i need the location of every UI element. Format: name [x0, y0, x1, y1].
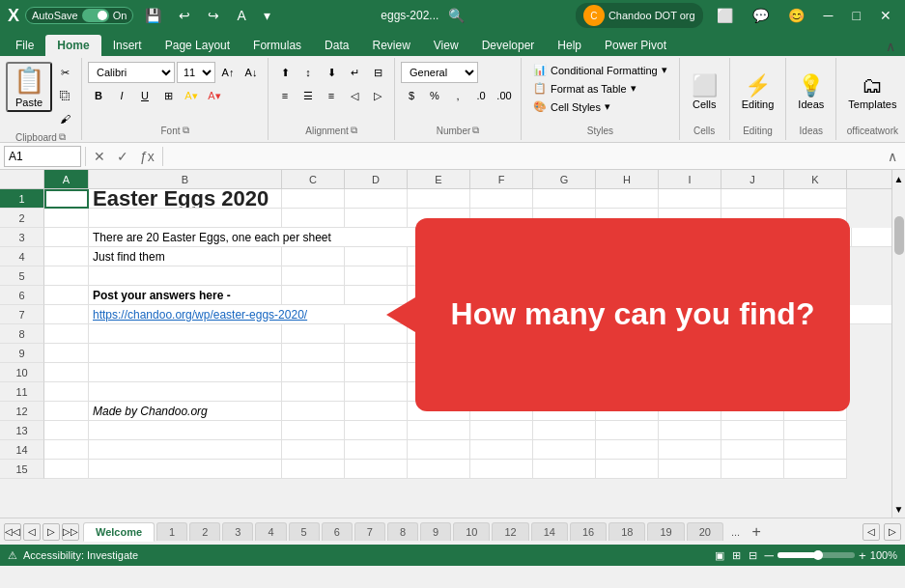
alignment-dialog-icon[interactable]: ⧉	[351, 125, 357, 136]
row-num-12[interactable]: 12	[0, 402, 44, 421]
percent-button[interactable]: %	[424, 85, 445, 106]
cell-a2[interactable]	[44, 209, 89, 228]
align-right-button[interactable]: ≡	[321, 85, 342, 106]
cell-b4[interactable]: Just find them	[89, 247, 282, 266]
row-num-7[interactable]: 7	[0, 305, 44, 324]
cell-c6[interactable]	[282, 286, 345, 305]
increase-font-button[interactable]: A↑	[217, 62, 239, 83]
row-num-5[interactable]: 5	[0, 266, 44, 286]
scroll-down-button[interactable]: ▼	[892, 500, 906, 518]
align-left-button[interactable]: ≡	[274, 85, 296, 106]
sheet-tab-12[interactable]: 12	[492, 522, 528, 541]
increase-decimal-button[interactable]: .00	[494, 85, 515, 106]
row-num-3[interactable]: 3	[0, 228, 44, 247]
conditional-formatting-button[interactable]: 📊 Conditional Formatting ▾	[527, 62, 673, 78]
tab-data[interactable]: Data	[313, 35, 360, 56]
col-header-d[interactable]: D	[345, 170, 408, 188]
cell-h1[interactable]	[596, 189, 659, 209]
cell-b5[interactable]	[89, 266, 282, 286]
row-num-4[interactable]: 4	[0, 247, 44, 266]
sheet-tab-welcome[interactable]: Welcome	[83, 522, 155, 542]
row-num-8[interactable]: 8	[0, 324, 44, 344]
formula-expand-button[interactable]: ∧	[884, 147, 901, 166]
font-dialog-icon[interactable]: ⧉	[183, 125, 189, 136]
sheet-tab-4[interactable]: 4	[255, 522, 286, 541]
cell-g1[interactable]	[533, 189, 596, 209]
comments-button[interactable]: 💬	[747, 6, 775, 25]
clipboard-dialog-icon[interactable]: ⧉	[59, 131, 66, 143]
copy-button[interactable]: ⿻	[54, 85, 75, 106]
ideas-button[interactable]: 💡 Ideas	[792, 73, 830, 112]
tab-power-pivot[interactable]: Power Pivot	[593, 35, 678, 56]
cell-f1[interactable]	[470, 189, 533, 209]
formula-input[interactable]	[167, 146, 880, 167]
cell-b2[interactable]	[89, 209, 282, 228]
tab-more[interactable]: ...	[725, 523, 746, 541]
tab-help[interactable]: Help	[546, 35, 593, 56]
scroll-up-button[interactable]: ▲	[892, 170, 906, 187]
col-header-g[interactable]: G	[533, 170, 596, 188]
sheet-tab-8[interactable]: 8	[387, 522, 418, 541]
ribbon-collapse-button[interactable]: ∧	[880, 37, 901, 56]
status-page-layout-icon[interactable]: ⊞	[732, 549, 741, 562]
undo-button[interactable]: ↩	[173, 6, 196, 25]
align-top-button[interactable]: ⬆	[274, 62, 296, 83]
align-middle-button[interactable]: ↕	[297, 62, 319, 83]
row-num-9[interactable]: 9	[0, 344, 44, 363]
comma-button[interactable]: ,	[447, 85, 468, 106]
col-header-c[interactable]: C	[282, 170, 345, 188]
cell-d2[interactable]	[345, 209, 408, 228]
tab-home[interactable]: Home	[45, 35, 100, 56]
minimize-button[interactable]: ─	[818, 6, 839, 25]
cancel-formula-button[interactable]: ✕	[90, 147, 109, 166]
save-button[interactable]: 💾	[139, 6, 167, 25]
scroll-tabs-left-button[interactable]: ◁◁	[4, 523, 21, 541]
sheet-tab-6[interactable]: 6	[322, 522, 353, 541]
autosave-toggle[interactable]	[82, 9, 109, 22]
sheet-tab-1[interactable]: 1	[156, 522, 187, 541]
cell-c2[interactable]	[282, 209, 345, 228]
cell-a12[interactable]	[44, 402, 89, 421]
confirm-formula-button[interactable]: ✓	[113, 147, 132, 166]
tab-scroll-left-button[interactable]: ◁	[863, 523, 880, 541]
vertical-scrollbar[interactable]: ▲ ▼	[891, 170, 905, 518]
row-num-11[interactable]: 11	[0, 382, 44, 402]
zoom-in-button[interactable]: +	[859, 548, 866, 563]
wrap-text-button[interactable]: ↵	[344, 62, 365, 83]
decrease-indent-button[interactable]: ◁	[344, 85, 365, 106]
col-header-h[interactable]: H	[596, 170, 659, 188]
tab-insert[interactable]: Insert	[101, 35, 154, 56]
sheet-tab-20[interactable]: 20	[687, 522, 723, 541]
border-button[interactable]: ⊞	[157, 85, 179, 106]
editing-button[interactable]: ⚡ Editing	[736, 73, 780, 112]
align-center-button[interactable]: ☰	[297, 85, 319, 106]
row-num-6[interactable]: 6	[0, 286, 44, 305]
scroll-tab-right-button[interactable]: ▷	[42, 523, 60, 541]
cell-c4[interactable]	[282, 247, 345, 266]
row-num-2[interactable]: 2	[0, 209, 44, 228]
tab-formulas[interactable]: Formulas	[241, 35, 313, 56]
scroll-thumb[interactable]	[894, 216, 904, 255]
bold-button[interactable]: B	[88, 85, 109, 106]
cell-a4[interactable]	[44, 247, 89, 266]
cell-styles-button[interactable]: 🎨 Cell Styles ▾	[527, 98, 673, 115]
italic-button[interactable]: I	[111, 85, 132, 106]
currency-button[interactable]: $	[401, 85, 422, 106]
scroll-tab-left-button[interactable]: ◁	[23, 523, 41, 541]
search-button[interactable]: 🔍	[442, 6, 470, 25]
col-header-j[interactable]: J	[721, 170, 784, 188]
number-dialog-icon[interactable]: ⧉	[472, 125, 479, 136]
tab-file[interactable]: File	[4, 35, 45, 56]
tab-view[interactable]: View	[422, 35, 470, 56]
sheet-tab-14[interactable]: 14	[531, 522, 568, 541]
cell-d1[interactable]	[345, 189, 408, 209]
font-family-select[interactable]: Calibri	[88, 62, 175, 83]
row-num-15[interactable]: 15	[0, 460, 44, 479]
redo-button[interactable]: ↪	[202, 6, 225, 25]
row-num-14[interactable]: 14	[0, 440, 44, 460]
autosave-badge[interactable]: AutoSave On	[25, 7, 133, 24]
sheet-tab-2[interactable]: 2	[189, 522, 220, 541]
row-num-13[interactable]: 13	[0, 421, 44, 440]
sheet-tab-18[interactable]: 18	[608, 522, 645, 541]
cell-j1[interactable]	[721, 189, 784, 209]
